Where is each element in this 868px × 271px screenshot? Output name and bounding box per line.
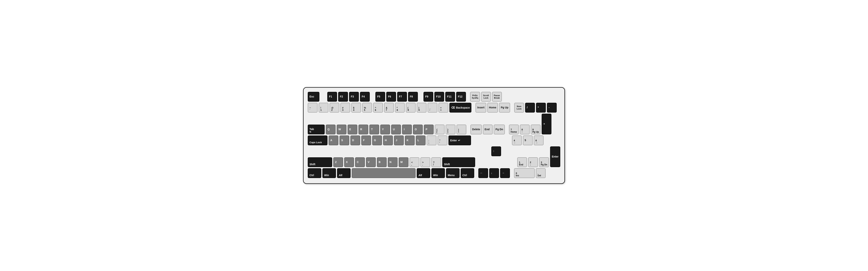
key-o[interactable]: O: [413, 125, 423, 134]
key-f5[interactable]: F5: [375, 92, 385, 102]
key-minus[interactable]: _ -: [428, 103, 437, 112]
key-z[interactable]: Z: [333, 157, 343, 167]
key-w[interactable]: W: [337, 125, 346, 134]
key-num4[interactable]: 4 ←: [512, 136, 522, 145]
key-f8[interactable]: F8: [408, 92, 418, 102]
key-enter[interactable]: Enter ↵: [448, 136, 471, 145]
key-pgdn[interactable]: Pg Dn: [494, 125, 505, 134]
key-numlock[interactable]: NumLock: [514, 103, 524, 112]
key-space[interactable]: [352, 168, 415, 178]
key-4[interactable]: $ 4: [351, 103, 361, 112]
key-m[interactable]: M: [399, 157, 408, 167]
key-numenter[interactable]: Enter: [550, 146, 560, 167]
key-f3[interactable]: F3: [349, 92, 359, 102]
key-numminus[interactable]: -: [547, 103, 557, 112]
key-c[interactable]: C: [355, 157, 365, 167]
key-grave[interactable]: ~ `: [308, 103, 317, 112]
key-alt-left[interactable]: Alt: [337, 168, 350, 178]
key-q[interactable]: Q: [326, 125, 336, 134]
key-k[interactable]: K: [405, 136, 415, 145]
key-0[interactable]: ) 0: [417, 103, 427, 112]
key-menu[interactable]: Menu: [446, 168, 460, 178]
key-slash[interactable]: ? /: [431, 157, 441, 167]
key-insert[interactable]: Insert: [475, 103, 486, 112]
key-d[interactable]: D: [350, 136, 360, 145]
key-p[interactable]: P: [424, 125, 434, 134]
key-s[interactable]: S: [340, 136, 349, 145]
key-9[interactable]: ( 9: [406, 103, 415, 112]
key-equals[interactable]: + =: [438, 103, 448, 112]
key-end[interactable]: End: [483, 125, 493, 134]
key-i[interactable]: I: [402, 125, 412, 134]
key-alt-right[interactable]: Alt: [417, 168, 430, 178]
key-u[interactable]: U: [391, 125, 401, 134]
key-pause[interactable]: PauseBreak: [492, 92, 502, 102]
key-win-left[interactable]: Win: [322, 168, 336, 178]
key-n[interactable]: N: [388, 157, 398, 167]
key-f9[interactable]: F9: [424, 92, 433, 102]
key-h[interactable]: H: [383, 136, 393, 145]
key-num2[interactable]: 2 ↓: [528, 157, 538, 167]
key-y[interactable]: Y: [380, 125, 390, 134]
key-f12[interactable]: F12: [456, 92, 466, 102]
key-6[interactable]: ^ 6: [373, 103, 383, 112]
key-num5[interactable]: 5: [523, 136, 533, 145]
key-num6[interactable]: 6 →: [534, 136, 544, 145]
key-lbracket[interactable]: { [: [435, 125, 444, 134]
key-f11[interactable]: F11: [445, 92, 455, 102]
key-backspace[interactable]: ⌫ Backspace: [450, 103, 471, 112]
key-ctrl-left[interactable]: Ctrl: [308, 168, 321, 178]
key-pgup[interactable]: Pg Up: [499, 103, 510, 112]
key-period[interactable]: > .: [421, 157, 430, 167]
key-f6[interactable]: F6: [386, 92, 396, 102]
key-num0[interactable]: 0 Ins: [514, 168, 535, 178]
key-backslash[interactable]: | \: [457, 125, 466, 134]
key-arrow-down[interactable]: ↓: [489, 168, 499, 178]
key-j[interactable]: J: [394, 136, 404, 145]
key-f[interactable]: F: [361, 136, 371, 145]
key-f7[interactable]: F7: [397, 92, 407, 102]
key-5[interactable]: % 5: [362, 103, 372, 112]
key-g[interactable]: G: [372, 136, 382, 145]
key-b[interactable]: B: [377, 157, 386, 167]
key-num7[interactable]: 7 Home: [509, 125, 519, 134]
key-x[interactable]: X: [344, 157, 354, 167]
key-home[interactable]: Home: [487, 103, 498, 112]
key-prtsc[interactable]: PrtScSysRq: [470, 92, 480, 102]
key-semicolon[interactable]: : ;: [427, 136, 436, 145]
key-quote[interactable]: " ': [438, 136, 447, 145]
key-rbracket[interactable]: } ]: [446, 125, 456, 134]
key-1[interactable]: ! 1: [319, 103, 329, 112]
key-t[interactable]: T: [369, 125, 379, 134]
key-r[interactable]: R: [359, 125, 368, 134]
key-shift-left[interactable]: Shift: [308, 157, 332, 167]
key-7[interactable]: & 7: [384, 103, 394, 112]
key-delete[interactable]: Delete: [470, 125, 482, 134]
key-num1[interactable]: 1 End: [517, 157, 527, 167]
key-e[interactable]: E: [348, 125, 358, 134]
key-esc[interactable]: Esc: [308, 92, 319, 102]
key-win-right[interactable]: Win: [431, 168, 445, 178]
key-numdot[interactable]: . Del: [536, 168, 546, 178]
key-num3[interactable]: 3 Pg Dn: [539, 157, 549, 167]
key-arrow-right[interactable]: →: [500, 168, 510, 178]
key-f10[interactable]: F10: [434, 92, 444, 102]
key-8[interactable]: * 8: [395, 103, 405, 112]
key-3[interactable]: # 3: [340, 103, 350, 112]
key-numplus[interactable]: +: [541, 114, 551, 134]
key-arrow-left[interactable]: ←: [478, 168, 488, 178]
key-numstar[interactable]: *: [536, 103, 546, 112]
key-a[interactable]: A: [329, 136, 338, 145]
key-arrow-up[interactable]: ↑: [491, 146, 501, 156]
key-num8[interactable]: 8 ↑: [520, 125, 530, 134]
key-v[interactable]: V: [366, 157, 376, 167]
key-f4[interactable]: F4: [360, 92, 370, 102]
key-num9[interactable]: 9 Pg Up: [531, 125, 541, 134]
key-f2[interactable]: F2: [338, 92, 348, 102]
key-2[interactable]: @ 2: [330, 103, 339, 112]
key-ctrl-right[interactable]: Ctrl: [461, 168, 474, 178]
key-scroll[interactable]: ScrollLock: [481, 92, 491, 102]
key-comma[interactable]: < ,: [410, 157, 420, 167]
key-tab[interactable]: Tab ⇆: [308, 125, 324, 134]
key-f1[interactable]: F1: [327, 92, 337, 102]
